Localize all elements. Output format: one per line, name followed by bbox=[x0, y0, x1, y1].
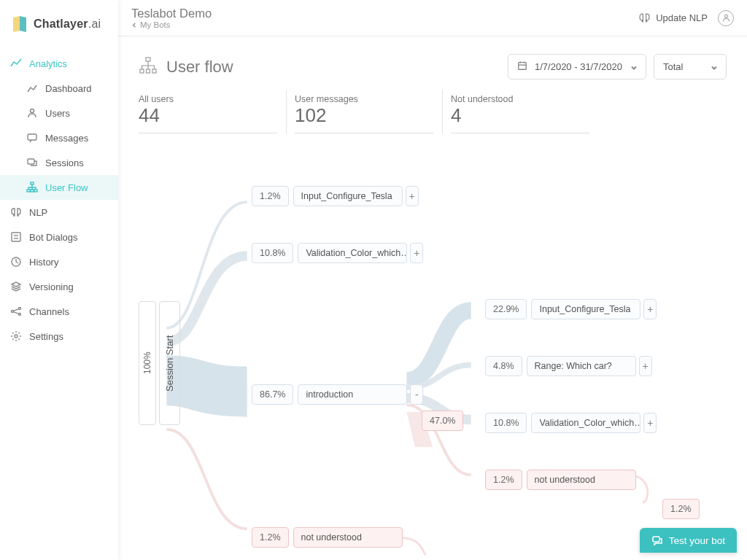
svg-rect-2 bbox=[28, 159, 34, 164]
chevron-down-icon bbox=[630, 63, 637, 71]
node-pct: 47.0% bbox=[422, 411, 463, 431]
nav-channels[interactable]: Channels bbox=[0, 299, 118, 324]
svg-point-11 bbox=[12, 311, 14, 313]
root-label: Session Start bbox=[159, 301, 180, 425]
node-label: Range: Which car? bbox=[527, 356, 636, 376]
logo: Chatlayer.ai bbox=[0, 0, 118, 51]
nav-label: Settings bbox=[29, 331, 63, 342]
nav-label: User Flow bbox=[45, 182, 88, 193]
nav-settings[interactable]: Settings bbox=[0, 324, 118, 349]
breadcrumb[interactable]: My Bots bbox=[131, 20, 212, 29]
messages-icon bbox=[26, 132, 38, 144]
root-pct: 100% bbox=[139, 301, 156, 425]
nav-label: Channels bbox=[29, 306, 69, 317]
nav-userflow[interactable]: User Flow bbox=[0, 175, 118, 200]
svg-point-13 bbox=[19, 314, 21, 316]
nav-messages[interactable]: Messages bbox=[0, 125, 118, 150]
update-nlp-button[interactable]: Update NLP bbox=[638, 12, 708, 24]
expand-button[interactable]: + bbox=[406, 186, 419, 206]
node-pct: 86.7% bbox=[252, 384, 293, 405]
nav-analytics[interactable]: Analytics bbox=[0, 51, 118, 76]
svg-point-16 bbox=[15, 335, 18, 338]
nav-label: Bot Dialogs bbox=[29, 232, 77, 243]
expand-button[interactable]: + bbox=[643, 413, 657, 433]
nav-label: Messages bbox=[45, 133, 88, 144]
gear-icon bbox=[10, 330, 22, 342]
flow-node[interactable]: 4.8% Range: Which car? + bbox=[485, 356, 652, 376]
sessions-icon bbox=[26, 157, 38, 168]
stat-notund: Not understood 4 bbox=[451, 91, 589, 133]
flow-node[interactable]: 10.8% Validation_Color_which… + bbox=[252, 243, 423, 263]
node-pct: 10.8% bbox=[485, 413, 527, 433]
node-label: Input_Configure_Tesla bbox=[293, 186, 403, 206]
users-icon bbox=[26, 107, 38, 119]
node-label: Validation_Color_which… bbox=[298, 243, 407, 263]
logo-icon bbox=[10, 15, 29, 34]
stat-allusers: All users 44 bbox=[139, 91, 277, 133]
nav-nlp[interactable]: NLP bbox=[0, 200, 118, 225]
bot-name: Teslabot Demo bbox=[131, 7, 212, 20]
collapse-button[interactable]: - bbox=[410, 384, 423, 405]
nav-sessions[interactable]: Sessions bbox=[0, 150, 118, 175]
node-pct: 22.9% bbox=[485, 299, 527, 319]
nav-botdialogs[interactable]: Bot Dialogs bbox=[0, 225, 118, 249]
svg-rect-20 bbox=[147, 69, 150, 73]
sidebar: Chatlayer.ai Analytics Dashboard Users M… bbox=[0, 0, 118, 560]
stat-label: Not understood bbox=[451, 94, 589, 104]
node-pct: 10.8% bbox=[252, 243, 293, 263]
history-icon bbox=[10, 256, 22, 268]
node-label: Validation_Color_which… bbox=[531, 413, 640, 433]
brain-icon bbox=[10, 206, 22, 218]
flow-node[interactable]: 22.9% Input_Configure_Tesla + bbox=[485, 299, 657, 319]
flow-node[interactable]: 10.8% Validation_Color_which… + bbox=[485, 413, 657, 433]
dashboard-icon bbox=[26, 82, 38, 94]
brand-name: Chatlayer.ai bbox=[34, 18, 101, 31]
expand-button[interactable]: + bbox=[410, 243, 423, 263]
nav-dashboard[interactable]: Dashboard bbox=[0, 76, 118, 101]
flow-node[interactable]: 86.7% introduction - bbox=[252, 384, 423, 405]
test-bot-label: Test your bot bbox=[669, 535, 725, 546]
flow-root[interactable]: 100% Session Start bbox=[139, 301, 180, 425]
stat-value: 44 bbox=[139, 104, 277, 127]
totals-label: Total bbox=[663, 61, 683, 72]
test-bot-button[interactable]: Test your bot bbox=[640, 528, 737, 553]
update-nlp-label: Update NLP bbox=[656, 12, 708, 23]
daterange-label: 1/7/2020 - 31/7/2020 bbox=[535, 61, 622, 72]
flow-node-error[interactable]: 1.2% not understood bbox=[252, 527, 403, 548]
versioning-icon bbox=[10, 281, 22, 292]
analytics-icon bbox=[10, 58, 22, 69]
nav-label: History bbox=[29, 257, 58, 268]
header: Teslabot Demo My Bots Update NLP bbox=[118, 0, 747, 36]
node-label: Input_Configure_Tesla bbox=[531, 299, 640, 319]
svg-rect-26 bbox=[653, 537, 659, 542]
svg-rect-3 bbox=[31, 182, 34, 184]
flow-node[interactable]: 1.2% Input_Configure_Tesla + bbox=[252, 186, 419, 206]
expand-button[interactable]: + bbox=[639, 356, 652, 376]
svg-rect-5 bbox=[31, 190, 34, 192]
flow-diagram: 100% Session Start 1.2% Input_Configure_… bbox=[139, 163, 727, 556]
totals-select[interactable]: Total bbox=[654, 54, 727, 79]
nav-versioning[interactable]: Versioning bbox=[0, 274, 118, 299]
main: User flow 1/7/2020 - 31/7/2020 Total All… bbox=[118, 36, 747, 560]
chevron-down-icon bbox=[710, 63, 717, 71]
nav-users[interactable]: Users bbox=[0, 101, 118, 125]
node-pct: 1.2% bbox=[252, 527, 289, 548]
svg-rect-22 bbox=[519, 63, 527, 70]
nav-label: Analytics bbox=[29, 58, 67, 69]
svg-rect-7 bbox=[12, 233, 20, 241]
svg-rect-1 bbox=[28, 134, 36, 140]
svg-point-17 bbox=[724, 15, 727, 18]
svg-rect-19 bbox=[140, 69, 144, 73]
nav-history[interactable]: History bbox=[0, 249, 118, 274]
svg-point-0 bbox=[31, 109, 34, 113]
stat-value: 102 bbox=[295, 104, 433, 127]
nav-label: NLP bbox=[29, 207, 47, 218]
node-label: not understood bbox=[293, 527, 403, 548]
dropoff-pct: 47.0% bbox=[422, 411, 463, 431]
node-pct: 1.2% bbox=[252, 186, 289, 206]
date-range-select[interactable]: 1/7/2020 - 31/7/2020 bbox=[508, 54, 646, 79]
expand-button[interactable]: + bbox=[643, 299, 657, 319]
flow-node-error[interactable]: 1.2% not understood bbox=[485, 470, 636, 490]
avatar[interactable] bbox=[718, 10, 734, 26]
channels-icon bbox=[10, 306, 22, 317]
